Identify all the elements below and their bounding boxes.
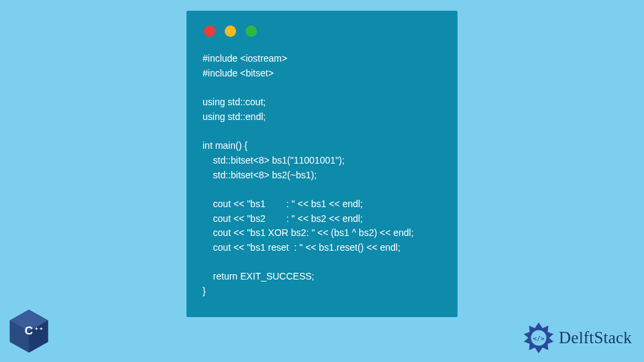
minimize-icon [225,25,236,37]
close-icon [204,25,215,37]
svg-text:+: + [35,326,38,332]
brand-mark-icon: </> [523,322,555,354]
code-block: #include <iostream> #include <bitset> us… [203,52,441,299]
brand-name: DelftStack [559,328,632,347]
code-window: #include <iostream> #include <bitset> us… [186,11,458,317]
svg-text:</>: </> [533,335,545,342]
window-controls [204,25,441,37]
svg-text:+: + [40,326,43,332]
maximize-icon [246,25,257,37]
cpp-badge-icon: C + + [9,310,48,353]
svg-text:C: C [25,324,33,337]
brand-logo: </> DelftStack [523,322,632,354]
